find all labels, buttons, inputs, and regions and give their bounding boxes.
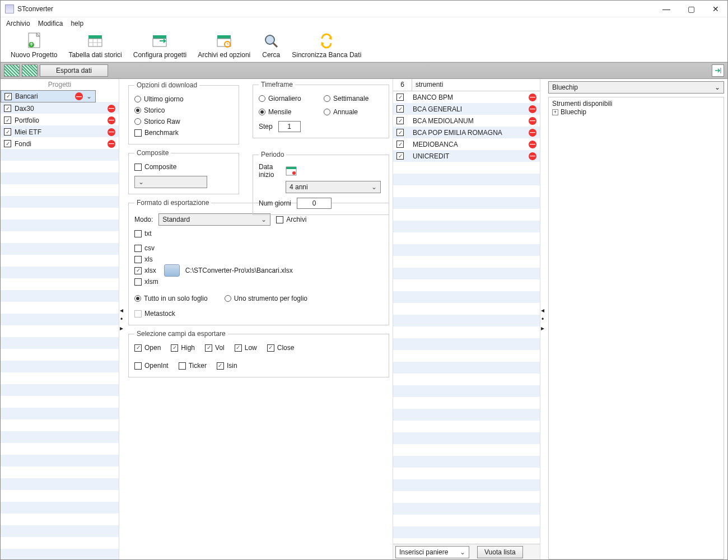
project-row[interactable]: Bancari— bbox=[1, 90, 96, 102]
checkbox-xlsm[interactable]: xlsm bbox=[134, 278, 158, 286]
radio-ultimo[interactable]: Ultimo giorno bbox=[134, 95, 184, 103]
project-row[interactable]: Miei ETF— bbox=[1, 126, 119, 138]
toolbar-data-table[interactable]: Tabella dati storici bbox=[66, 31, 124, 59]
delete-icon[interactable]: — bbox=[529, 105, 536, 113]
projects-list: Bancari— Dax30— Portfolio— Miei ETF— Fon… bbox=[1, 90, 119, 559]
checkbox[interactable] bbox=[4, 105, 11, 112]
menu-archivio[interactable]: Archivio bbox=[6, 20, 30, 27]
instruments-header: 6 strumenti bbox=[393, 79, 540, 91]
instrument-row[interactable]: BCA POP EMILIA ROMAGNA— bbox=[393, 127, 540, 138]
checkbox-openint[interactable]: OpenInt bbox=[134, 362, 169, 370]
export-data-button[interactable]: Esporta dati bbox=[40, 64, 108, 77]
delete-icon[interactable]: — bbox=[75, 92, 83, 100]
step-input[interactable] bbox=[278, 121, 301, 132]
instrument-row[interactable]: UNICREDIT— bbox=[393, 150, 540, 162]
expand-icon[interactable]: + bbox=[552, 109, 558, 115]
tree-node[interactable]: + Bluechip bbox=[552, 108, 720, 116]
instrument-label: BCA POP EMILIA ROMAGNA bbox=[413, 129, 502, 137]
splitter-right[interactable]: ◂•▸ bbox=[540, 79, 545, 559]
checkbox-high[interactable]: High bbox=[171, 344, 195, 352]
instruments-list: BANCO BPM— BCA GENERALI— BCA MEDIOLANUM—… bbox=[393, 91, 540, 544]
delete-icon[interactable]: — bbox=[108, 128, 115, 136]
instrument-row[interactable]: BANCO BPM— bbox=[393, 91, 540, 103]
instrument-row[interactable]: BCA GENERALI— bbox=[393, 103, 540, 115]
menu-modifica[interactable]: Modifica bbox=[38, 20, 63, 27]
project-row[interactable]: Fondi— bbox=[1, 138, 119, 150]
checkbox[interactable] bbox=[396, 141, 404, 148]
toolbar-search[interactable]: Cerca bbox=[259, 31, 283, 59]
checkbox-csv[interactable]: csv bbox=[134, 244, 155, 252]
checkbox-open[interactable]: Open bbox=[134, 344, 161, 352]
checkbox-xls[interactable]: xls bbox=[134, 255, 153, 263]
maximize-button[interactable]: ▢ bbox=[684, 3, 698, 15]
export-format-group: Formato di esportazione Modo: Standard A… bbox=[128, 199, 389, 325]
splitter[interactable]: ◂•▸ bbox=[119, 79, 124, 559]
checkbox[interactable] bbox=[396, 94, 404, 101]
radio-storico[interactable]: Storico bbox=[134, 106, 165, 114]
instrument-row[interactable]: MEDIOBANCA— bbox=[393, 138, 540, 150]
checkbox-txt[interactable]: txt bbox=[134, 230, 152, 237]
checkbox-vol[interactable]: Vol bbox=[205, 344, 225, 352]
svg-point-19 bbox=[292, 171, 296, 175]
delete-icon[interactable]: — bbox=[108, 105, 115, 113]
radio-uno[interactable]: Uno strumento per foglio bbox=[225, 295, 307, 302]
modo-select[interactable]: Standard bbox=[158, 213, 270, 226]
checkbox[interactable] bbox=[4, 116, 11, 124]
toolbar-archives[interactable]: Archivi ed opzioni bbox=[195, 31, 253, 59]
instrument-label: BANCO BPM bbox=[413, 94, 453, 101]
checkbox[interactable] bbox=[4, 93, 12, 100]
toolbar-new-project[interactable]: + Nuovo Progetto bbox=[8, 31, 59, 59]
close-button[interactable]: ✕ bbox=[708, 3, 723, 15]
basket-combo[interactable]: Bluechip bbox=[548, 81, 724, 94]
delete-icon[interactable]: — bbox=[529, 117, 536, 125]
checkbox-low[interactable]: Low bbox=[235, 344, 257, 352]
minimize-button[interactable]: — bbox=[659, 3, 674, 15]
project-row[interactable]: Portfolio— bbox=[1, 114, 119, 126]
checkbox-isin[interactable]: Isin bbox=[217, 362, 237, 370]
instrument-row[interactable]: BCA MEDIOLANUM— bbox=[393, 115, 540, 127]
toggle-1[interactable] bbox=[4, 64, 20, 77]
empty-list-button[interactable]: Vuota lista bbox=[477, 546, 523, 558]
svg-rect-12 bbox=[217, 39, 231, 46]
folder-icon[interactable] bbox=[164, 264, 180, 277]
checkbox[interactable] bbox=[396, 152, 404, 160]
download-options-group: Opzioni di download Ultimo giorno Storic… bbox=[128, 81, 239, 144]
range-select[interactable]: 4 anni bbox=[286, 181, 381, 193]
radio-annuale[interactable]: Annuale bbox=[324, 108, 383, 116]
toggle-2[interactable] bbox=[22, 64, 38, 77]
calendar-icon[interactable] bbox=[286, 165, 297, 176]
delete-icon[interactable]: — bbox=[529, 141, 536, 148]
delete-icon[interactable]: — bbox=[108, 140, 115, 148]
dock-right-icon[interactable] bbox=[712, 64, 724, 77]
menu-help[interactable]: help bbox=[71, 20, 83, 27]
instrument-label: UNICREDIT bbox=[413, 152, 449, 160]
instrument-label: BCA MEDIOLANUM bbox=[413, 117, 474, 125]
instruments-footer: Inserisci paniere Vuota lista bbox=[393, 544, 540, 559]
delete-icon[interactable]: — bbox=[529, 152, 536, 160]
checkbox[interactable] bbox=[396, 129, 404, 136]
checkbox[interactable] bbox=[4, 128, 11, 136]
radio-raw[interactable]: Storico Raw bbox=[134, 118, 180, 125]
insert-basket-select[interactable]: Inserisci paniere bbox=[395, 546, 469, 558]
checkbox-archivi[interactable]: Archivi bbox=[276, 216, 306, 223]
project-row[interactable]: Dax30— bbox=[1, 102, 119, 114]
radio-mensile[interactable]: Mensile bbox=[259, 108, 318, 116]
checkbox-xlsx[interactable]: xlsx bbox=[134, 267, 156, 274]
checkbox[interactable] bbox=[396, 117, 404, 124]
toolbar-sync[interactable]: Sincronizza Banca Dati bbox=[290, 31, 363, 59]
delete-icon[interactable]: — bbox=[529, 129, 536, 137]
checkbox-benchmark[interactable]: Benchmark bbox=[134, 129, 179, 137]
radio-settimanale[interactable]: Settimanale bbox=[324, 95, 383, 102]
delete-icon[interactable]: — bbox=[108, 116, 115, 124]
radio-tutto[interactable]: Tutto in un solo foglio bbox=[134, 295, 208, 302]
toolbar-config[interactable]: Configura progetti bbox=[131, 31, 189, 59]
checkbox[interactable] bbox=[4, 140, 11, 147]
table-icon bbox=[86, 32, 105, 50]
delete-icon[interactable]: — bbox=[529, 94, 536, 101]
checkbox-close[interactable]: Close bbox=[267, 344, 295, 352]
num-giorni-input[interactable] bbox=[297, 198, 332, 209]
checkbox[interactable] bbox=[396, 105, 404, 113]
checkbox-composite[interactable]: Composite bbox=[134, 163, 176, 171]
checkbox-ticker[interactable]: Ticker bbox=[179, 362, 207, 370]
radio-giornaliero[interactable]: Giornaliero bbox=[259, 95, 318, 102]
